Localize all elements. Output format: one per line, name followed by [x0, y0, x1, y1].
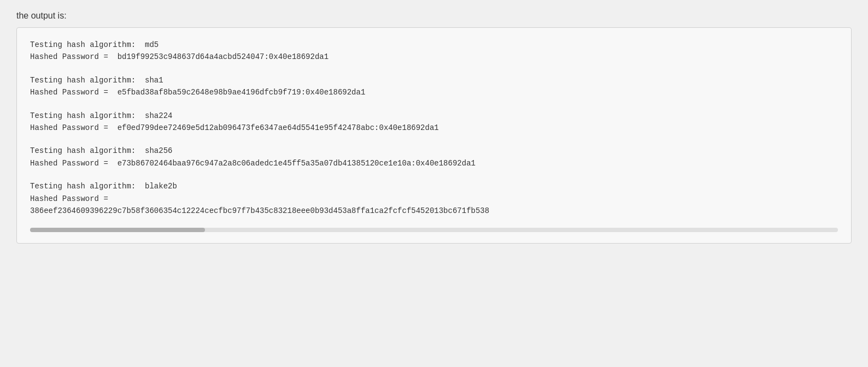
hash-block-sha224: Testing hash algorithm: sha224 Hashed Pa…	[30, 110, 838, 134]
hash-block-sha1: Testing hash algorithm: sha1 Hashed Pass…	[30, 74, 838, 99]
hash-block-md5: Testing hash algorithm: md5 Hashed Passw…	[30, 39, 838, 63]
scrollbar-track[interactable]	[30, 228, 838, 232]
algorithm-line-sha224: Testing hash algorithm: sha224	[30, 110, 838, 122]
password-line-blake2b-value: 386eef2364609396229c7b58f3606354c12224ce…	[30, 205, 838, 217]
password-line-md5: Hashed Password = bd19f99253c948637d64a4…	[30, 51, 838, 63]
scrollbar-thumb[interactable]	[30, 228, 205, 232]
algorithm-line-blake2b: Testing hash algorithm: blake2b	[30, 180, 838, 192]
hash-block-sha256: Testing hash algorithm: sha256 Hashed Pa…	[30, 145, 838, 169]
hash-block-blake2b: Testing hash algorithm: blake2b Hashed P…	[30, 180, 838, 217]
algorithm-line-sha1: Testing hash algorithm: sha1	[30, 74, 838, 86]
output-box: Testing hash algorithm: md5 Hashed Passw…	[16, 27, 852, 244]
algorithm-line-md5: Testing hash algorithm: md5	[30, 39, 838, 51]
password-line-sha256: Hashed Password = e73b86702464baa976c947…	[30, 157, 838, 169]
algorithm-line-sha256: Testing hash algorithm: sha256	[30, 145, 838, 157]
intro-text: the output is:	[16, 11, 852, 21]
password-line-sha224: Hashed Password = ef0ed799dee72469e5d12a…	[30, 122, 838, 134]
password-line-sha1: Hashed Password = e5fbad38af8ba59c2648e9…	[30, 86, 838, 98]
password-line-blake2b-label: Hashed Password =	[30, 193, 838, 205]
